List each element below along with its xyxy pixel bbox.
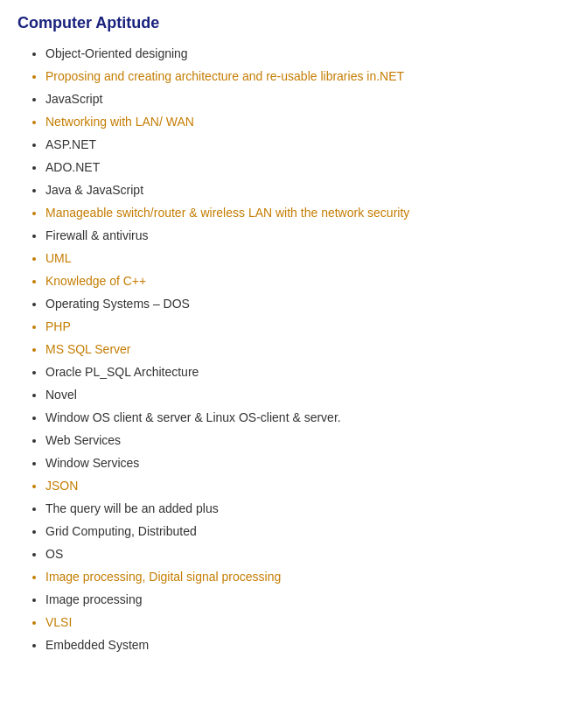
- list-item: Java & JavaScript: [45, 181, 548, 200]
- list-item: Manageable switch/router & wireless LAN …: [45, 204, 548, 222]
- list-item: Networking with LAN/ WAN: [45, 113, 548, 131]
- list-item: Image processing: [45, 591, 548, 609]
- list-item: Window Services: [45, 454, 548, 472]
- list-item: Object-Oriented designing: [45, 45, 548, 63]
- list-item: Knowledge of C++: [45, 272, 548, 290]
- list-item: The query will be an added plus: [45, 500, 548, 518]
- page-title: Computer Aptitude: [17, 14, 548, 32]
- list-item: Oracle PL_SQL Architecture: [45, 363, 548, 382]
- list-item: Proposing and creating architecture and …: [45, 67, 548, 86]
- list-item: ADO.NET: [45, 158, 548, 177]
- list-item: Image processing, Digital signal process…: [45, 568, 548, 586]
- list-item: Operating Systems – DOS: [45, 295, 548, 313]
- list-item: Firewall & antivirus: [45, 227, 548, 245]
- list-item: PHP: [45, 318, 548, 336]
- list-item: Web Services: [45, 431, 548, 450]
- list-item: Novel: [45, 386, 548, 404]
- list-item: UML: [45, 249, 548, 268]
- list-item: JavaScript: [45, 90, 548, 108]
- list-item: Embedded System: [45, 636, 548, 654]
- aptitude-list: Object-Oriented designingProposing and c…: [17, 45, 548, 654]
- list-item: ASP.NET: [45, 136, 548, 154]
- list-item: MS SQL Server: [45, 340, 548, 359]
- list-item: Grid Computing, Distributed: [45, 522, 548, 541]
- list-item: OS: [45, 545, 548, 564]
- list-item: Window OS client & server & Linux OS-cli…: [45, 409, 548, 427]
- list-item: VLSI: [45, 613, 548, 632]
- list-item: JSON: [45, 477, 548, 495]
